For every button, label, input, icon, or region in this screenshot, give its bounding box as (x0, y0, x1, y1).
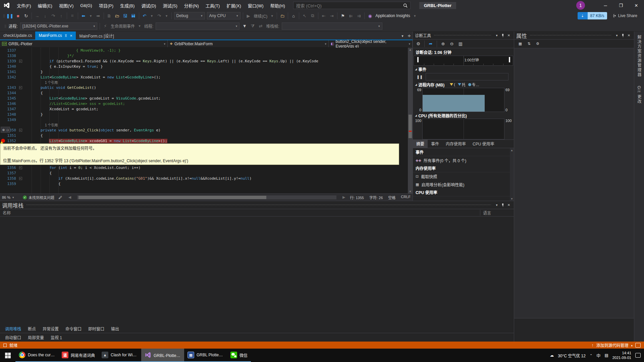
callstack-close-icon[interactable]: ✕ (506, 203, 512, 207)
document-tab[interactable]: checkUpdate.cs (0, 32, 35, 40)
breakpoint-settings-icon[interactable]: ⌗ (69, 12, 76, 19)
lifecycle-events-label[interactable]: 生命周期事件 (111, 23, 135, 29)
callstack-menu-caret-icon[interactable]: ▾ (494, 203, 500, 207)
tool-tab-命令窗口[interactable]: 命令窗口 (62, 324, 85, 333)
stackframe-dropdown[interactable]: ▾ (282, 22, 382, 30)
code-line[interactable]: 1338 }*/ (0, 53, 408, 58)
diag-tab-内存使用率[interactable]: 内存使用率 (442, 139, 469, 148)
taskbar-item[interactable]: ▦GRBL Plotter Ver:... (184, 349, 227, 362)
code-line[interactable]: 1339− if (pictureBox1.Focused && ((e.Key… (0, 58, 408, 64)
network-speed-badge[interactable]: ⇣ 87 KB/s (578, 12, 607, 19)
lifecycle-caret[interactable]: ▾ (137, 22, 143, 30)
indent-increase-icon[interactable]: ⇥ (328, 12, 335, 19)
diag-tab-事件[interactable]: 事件 (428, 139, 442, 148)
process-dropdown[interactable]: [18284] GRBL-Plotter.exe▾ (20, 22, 97, 30)
properties-pin-icon[interactable] (620, 34, 626, 37)
document-tab[interactable]: MainForm.cs⊼✕ (35, 32, 76, 40)
property-pages-icon[interactable]: ⚙ (535, 40, 541, 48)
find-in-files-icon[interactable]: 🗀 (279, 12, 286, 19)
breakpoint-margin[interactable] (0, 90, 6, 96)
properties-menu-caret-icon[interactable]: ▾ (614, 34, 620, 37)
codelens-references[interactable]: 1 个引用 (45, 122, 58, 127)
notification-icon[interactable] (635, 343, 641, 348)
thread-dropdown[interactable]: ▾ (156, 22, 239, 30)
code-line[interactable]: ⚙❍1351 { (0, 133, 408, 138)
diag-tab-CPU 使用率[interactable]: CPU 使用率 (469, 139, 498, 148)
lightbulb-icon[interactable]: ❍ (6, 128, 9, 132)
user-avatar[interactable]: 1 (576, 1, 585, 10)
breadcrumb-project[interactable]: C# GRBL-Plotter▾ (0, 40, 168, 47)
indentation-indicator[interactable]: 空格 (388, 195, 395, 200)
code-editor[interactable]: 1337 { MoveView(0, -1); }1338 }*/1339− i… (0, 48, 413, 193)
editor-horizontal-scrollbar[interactable] (77, 195, 336, 199)
insert-snippet-icon[interactable]: ⧉ (309, 12, 316, 19)
application-insights-label[interactable]: Application Insights (375, 13, 410, 18)
zoom-selector[interactable]: 86 %▾ (2, 195, 20, 199)
redo-caret[interactable]: ▾ (164, 12, 170, 19)
indent-decrease-icon[interactable]: ⇤ (320, 12, 327, 19)
code-line[interactable]: 1342 List<GcodeByLine> XcodeList = new L… (0, 74, 408, 80)
edge-tab-解决方案资源管理器[interactable]: 解决方案资源管理器 (636, 35, 642, 77)
scroll-right-icon[interactable]: ▶ (341, 194, 347, 201)
weather-text[interactable]: 30°C 空气优 12 (558, 353, 586, 358)
breakpoint-margin[interactable] (0, 64, 6, 69)
document-tab[interactable]: MainForm.cs [设计] (76, 32, 117, 40)
open-folder-icon[interactable]: 🗁 (114, 12, 121, 19)
tool-tab-局部变量[interactable]: 局部变量 (25, 333, 47, 342)
taskbar-item[interactable]: 道网易有道词典 (58, 349, 98, 362)
callstack-pin-icon[interactable] (500, 203, 506, 207)
fold-collapse-icon[interactable]: − (19, 129, 22, 132)
gear-icon[interactable]: ⚙ (2, 128, 5, 132)
menu-W[interactable]: 窗口(W) (245, 0, 267, 11)
menu-GitG[interactable]: Git(G) (77, 0, 95, 11)
callstack-language-column[interactable]: 语言 (480, 210, 511, 216)
code-line[interactable]: 1337 { MoveView(0, -1); } (0, 48, 408, 53)
cpu-section-header[interactable]: ◢CPU (所有处理器的百分比) (413, 112, 514, 119)
code-line[interactable]: 1357 { (0, 170, 408, 176)
diagnostics-scrollbar[interactable]: ▲ ▼ (510, 148, 514, 201)
menu-H[interactable]: 帮助(H) (267, 0, 288, 11)
breakpoint-margin[interactable] (0, 58, 6, 64)
diag-tab-摘要[interactable]: 摘要 (413, 139, 428, 148)
prev-bookmark-icon[interactable]: ⇇ (347, 12, 355, 19)
next-bookmark-icon[interactable]: ⇉ (355, 12, 363, 19)
solution-config-dropdown[interactable]: Debug▾ (174, 12, 205, 19)
code-line[interactable]: 1352 List<GcodeByLine> xcodeG01 = new Li… (0, 138, 408, 143)
breakpoint-margin[interactable] (0, 106, 6, 112)
scroll-down-icon[interactable]: ▼ (408, 189, 413, 193)
zoom-out-icon[interactable]: ⊖ (448, 40, 455, 48)
tool-tab-异常设置[interactable]: 异常设置 (40, 324, 62, 333)
session-timeline[interactable]: 1:00分钟 (414, 56, 513, 66)
enable-heap-profiling-link[interactable]: ▦ 启用堆分析(会影响性能) (413, 180, 514, 188)
categorize-icon[interactable]: ▦ (517, 40, 523, 48)
breakpoint-margin[interactable] (0, 170, 6, 176)
breakpoint-margin[interactable] (0, 48, 6, 53)
navigate-back-caret[interactable]: ▾ (88, 12, 94, 19)
step-over-icon[interactable]: ↷ (50, 12, 57, 19)
tab-pin-icon[interactable]: ⊼ (65, 34, 67, 38)
menu-F[interactable]: 文件(F) (13, 0, 35, 11)
undo-caret[interactable]: ▾ (149, 12, 155, 19)
tool-tab-监视 1[interactable]: 监视 1 (48, 333, 65, 342)
ime-indicator[interactable]: 中 (596, 353, 600, 358)
diagnostics-menu-caret-icon[interactable]: ▾ (494, 34, 500, 37)
continue-label[interactable]: 继续(C) (254, 13, 268, 19)
scroll-left-icon[interactable]: ◀ (67, 194, 73, 201)
flag-threads-icon[interactable]: ⧩ (249, 22, 256, 30)
fold-collapse-icon[interactable]: − (19, 166, 22, 169)
taskbar-item[interactable]: GRBL-Plotter (正... (141, 349, 184, 362)
tab-close-icon[interactable]: ✕ (70, 34, 72, 38)
taskbar-item[interactable]: ▲Clash for Windows (98, 349, 141, 362)
menu-T[interactable]: 工具(T) (202, 0, 223, 11)
menu-V[interactable]: 视图(V) (56, 0, 77, 11)
code-health-indicator[interactable]: ✓ 未找到相关问题 (23, 195, 54, 200)
code-line[interactable]: 1340 { e.IsInputKey = true; } (0, 64, 408, 69)
continue-caret[interactable]: ▾ (269, 12, 275, 19)
diagnostics-settings-icon[interactable]: ⚙ (415, 40, 422, 48)
breakpoint-margin[interactable] (0, 96, 6, 101)
code-line[interactable]: 1358− if (XcodeList[i].codeLine.Contains… (0, 176, 408, 181)
menu-D[interactable]: 调试(D) (138, 0, 159, 11)
toolbox-options-icon[interactable]: ✛ (406, 32, 412, 40)
menu-X[interactable]: 扩展(X) (223, 0, 244, 11)
show-next-statement-icon[interactable]: → (34, 12, 41, 19)
